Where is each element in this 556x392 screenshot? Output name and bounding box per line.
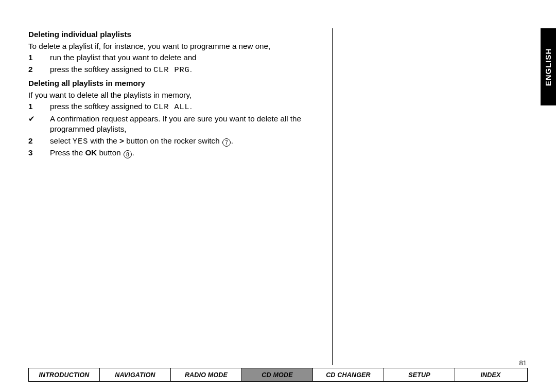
circled-7-icon: 7 bbox=[222, 138, 231, 147]
columns: Deleting individual playlists To delete … bbox=[28, 28, 528, 365]
step-marker: 3 bbox=[28, 148, 50, 158]
code-clr-prg: CLR PRG bbox=[153, 65, 190, 75]
language-tab: ENGLISH bbox=[541, 28, 556, 105]
intro-2: If you want to delete all the playlists … bbox=[28, 90, 317, 101]
bottom-bar: 81 INTRODUCTION NAVIGATION RADIO MODE CD… bbox=[28, 359, 528, 382]
right-column bbox=[333, 28, 528, 365]
step-text: A confirmation request appears. If you a… bbox=[50, 114, 317, 135]
step-text: press the softkey assigned to CLR PRG. bbox=[50, 64, 317, 76]
heading-deleting-all: Deleting all playlists in memory bbox=[28, 78, 317, 89]
tab-radio-mode[interactable]: RADIO MODE bbox=[171, 368, 242, 381]
tab-introduction[interactable]: INTRODUCTION bbox=[29, 368, 100, 381]
content-frame: Deleting individual playlists To delete … bbox=[28, 28, 528, 365]
s2-step1: 1 press the softkey assigned to CLR ALL. bbox=[28, 101, 317, 113]
circled-8-icon: 8 bbox=[124, 150, 132, 158]
code-yes: YES bbox=[73, 137, 88, 146]
text-fragment: press the softkey assigned to bbox=[50, 102, 153, 111]
manual-page: Deleting individual playlists To delete … bbox=[0, 0, 556, 392]
tab-setup[interactable]: SETUP bbox=[384, 368, 455, 381]
step-text: Press the OK button 8. bbox=[50, 148, 317, 158]
text-fragment: button on the rocker switch bbox=[124, 136, 222, 145]
check-marker: ✔ bbox=[28, 114, 50, 124]
section-tabs: INTRODUCTION NAVIGATION RADIO MODE CD MO… bbox=[28, 368, 528, 382]
code-clr-all: CLR ALL bbox=[153, 102, 190, 112]
text-fragment: with the bbox=[88, 136, 119, 145]
step-marker: 1 bbox=[28, 101, 50, 112]
text-fragment: button bbox=[97, 148, 123, 157]
heading-deleting-individual: Deleting individual playlists bbox=[28, 29, 317, 40]
text-fragment: press the softkey assigned to bbox=[50, 65, 153, 74]
step-text: select YES with the > button on the rock… bbox=[50, 136, 317, 147]
step-marker: 1 bbox=[28, 52, 50, 63]
tab-index[interactable]: INDEX bbox=[455, 368, 526, 381]
s2-step2: 2 select YES with the > button on the ro… bbox=[28, 136, 317, 147]
step-marker: 2 bbox=[28, 136, 50, 147]
s1-step2: 2 press the softkey assigned to CLR PRG. bbox=[28, 64, 317, 76]
s1-step1: 1 run the playlist that you want to dele… bbox=[28, 52, 317, 63]
step-marker: 2 bbox=[28, 64, 50, 75]
tab-cd-mode[interactable]: CD MODE bbox=[242, 368, 313, 381]
text-fragment: . bbox=[190, 65, 192, 74]
tab-navigation[interactable]: NAVIGATION bbox=[100, 368, 171, 381]
text-fragment: select bbox=[50, 136, 73, 145]
left-column: Deleting individual playlists To delete … bbox=[28, 28, 332, 365]
tab-cd-changer[interactable]: CD CHANGER bbox=[313, 368, 384, 381]
s2-check: ✔ A confirmation request appears. If you… bbox=[28, 114, 317, 135]
text-fragment: . bbox=[231, 136, 233, 145]
step-text: run the playlist that you want to delete… bbox=[50, 52, 317, 63]
text-fragment: Press the bbox=[50, 148, 85, 157]
intro-1: To delete a playlist if, for instance, y… bbox=[28, 41, 317, 52]
s2-step3: 3 Press the OK button 8. bbox=[28, 148, 317, 158]
ok-bold: OK bbox=[85, 148, 97, 157]
step-text: press the softkey assigned to CLR ALL. bbox=[50, 101, 317, 113]
gt-icon: > bbox=[119, 136, 124, 145]
page-number: 81 bbox=[28, 359, 528, 368]
language-label: ENGLISH bbox=[544, 48, 553, 86]
text-fragment: . bbox=[132, 148, 134, 157]
text-fragment: . bbox=[190, 102, 192, 111]
